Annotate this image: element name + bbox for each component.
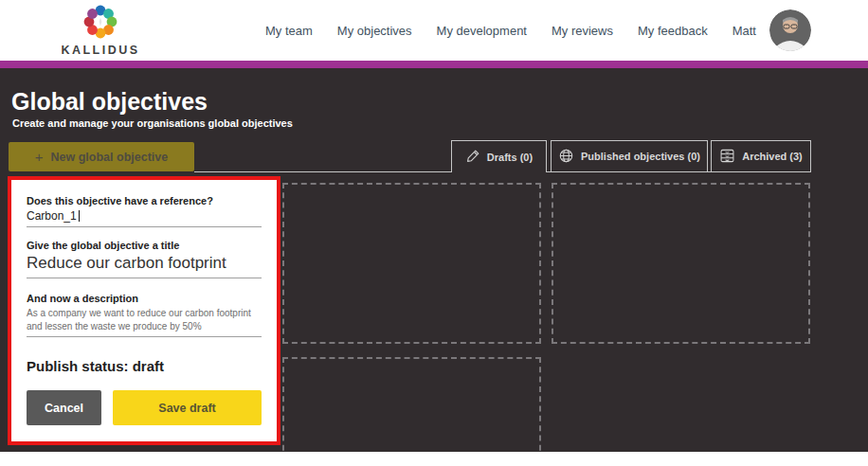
title-label: Give the global objective a title — [27, 240, 262, 252]
plus-icon: + — [35, 149, 44, 165]
nav-item-my-development[interactable]: My development — [437, 24, 527, 38]
kallidus-flower-icon — [81, 5, 120, 43]
text-cursor — [79, 210, 80, 222]
reference-label: Does this objective have a reference? — [27, 195, 262, 207]
user-name[interactable]: Matt — [732, 24, 756, 38]
objective-placeholder — [282, 357, 541, 452]
bottom-strip — [0, 452, 868, 466]
top-header: KALLIDUS My team My objectives My develo… — [0, 0, 868, 61]
pencil-icon — [465, 149, 480, 166]
tab-published-objectives[interactable]: Published objectives (0) — [551, 140, 708, 171]
accent-bar — [0, 61, 868, 68]
tab-published-label: Published objectives (0) — [581, 151, 700, 162]
page-title: Global objectives — [11, 89, 208, 114]
save-draft-button[interactable]: Save draft — [113, 390, 262, 425]
new-global-objective-button[interactable]: + New global objective — [9, 142, 194, 171]
brand-name: KALLIDUS — [61, 44, 139, 57]
archive-icon — [719, 148, 735, 166]
title-input[interactable]: Reduce our carbon footprint — [27, 253, 262, 278]
globe-icon — [558, 148, 574, 166]
objective-placeholder — [282, 183, 541, 344]
nav-item-my-reviews[interactable]: My reviews — [552, 24, 613, 38]
nav-item-my-objectives[interactable]: My objectives — [337, 24, 412, 38]
tab-drafts[interactable]: Drafts (0) — [451, 140, 547, 172]
tab-archived-label: Archived (3) — [742, 151, 803, 162]
app-window: KALLIDUS My team My objectives My develo… — [0, 0, 868, 466]
reference-value: Carbon_1 — [27, 209, 77, 223]
main-nav: My team My objectives My development My … — [265, 9, 811, 51]
description-input[interactable]: As a company we want to reduce our carbo… — [27, 307, 262, 337]
nav-item-my-feedback[interactable]: My feedback — [638, 24, 708, 38]
cancel-button[interactable]: Cancel — [27, 390, 101, 425]
publish-status: Publish status: draft — [27, 358, 262, 375]
reference-input[interactable]: Carbon_1 — [27, 209, 262, 227]
kallidus-logo[interactable]: KALLIDUS — [59, 5, 142, 57]
page-subtitle: Create and manage your organisations glo… — [12, 117, 293, 129]
avatar[interactable] — [769, 9, 811, 51]
new-objective-form: Does this objective have a reference? Ca… — [8, 176, 280, 445]
nav-item-my-team[interactable]: My team — [265, 24, 313, 38]
tab-archived[interactable]: Archived (3) — [711, 140, 811, 171]
form-actions: Cancel Save draft — [27, 390, 262, 425]
new-global-objective-label: New global objective — [51, 151, 169, 164]
tab-drafts-label: Drafts (0) — [487, 152, 533, 163]
description-label: And now a description — [27, 293, 262, 305]
global-objectives-section: Global objectives Create and manage your… — [0, 68, 868, 452]
objective-placeholder — [552, 183, 810, 344]
